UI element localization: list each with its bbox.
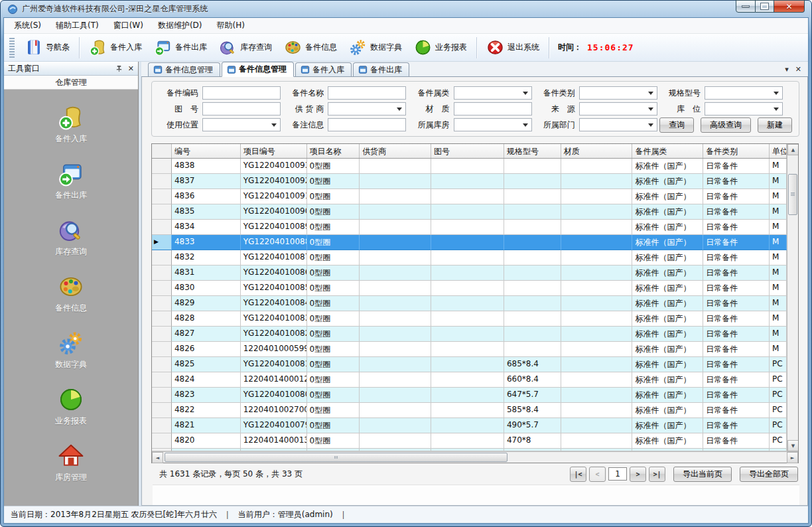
table-row[interactable]: 4830YG122040100850型圈标准件（国产）日常备件M bbox=[152, 281, 787, 296]
query-button[interactable]: 查询 bbox=[659, 117, 694, 133]
horizontal-scrollbar[interactable]: ◄ ► bbox=[152, 451, 798, 463]
table-row[interactable]: ▶4833YG122040100880型圈标准件（国产）日常备件M bbox=[152, 235, 787, 250]
minimize-button[interactable] bbox=[736, 0, 756, 13]
table-row[interactable]: 4825YG122040100810型圈685*8.4标准件（国产）日常备件PC bbox=[152, 357, 787, 372]
advanced-query-button[interactable]: 高级查询 bbox=[701, 117, 751, 133]
sidebar-item[interactable]: 业务报表 bbox=[55, 386, 87, 427]
current-date: 当前日期：2013年8月2日星期五 农历癸巳[蛇]年六月廿六 bbox=[11, 509, 217, 520]
column-header[interactable]: 备件类别 bbox=[703, 144, 770, 158]
prev-page-button[interactable]: < bbox=[589, 467, 606, 482]
new-button[interactable]: 新建 bbox=[758, 117, 792, 133]
export-all-pages-button[interactable]: 导出全部页 bbox=[740, 467, 798, 482]
close-icon[interactable]: ✕ bbox=[128, 64, 134, 73]
menu-item[interactable]: 数据维护(D) bbox=[151, 17, 210, 34]
tab[interactable]: 备件出库 bbox=[353, 62, 409, 76]
export-current-page-button[interactable]: 导出当前页 bbox=[673, 467, 732, 482]
table-row[interactable]: 482012204014000130型圈470*8标准件（国产）日常备件PC bbox=[152, 433, 787, 449]
column-header[interactable]: 单位 bbox=[770, 144, 787, 158]
table-row[interactable]: 4834YG122040100890型圈标准件（国产）日常备件M bbox=[152, 220, 787, 235]
search-select[interactable] bbox=[454, 86, 532, 100]
next-page-button[interactable]: > bbox=[630, 467, 646, 482]
table-row[interactable]: 4831YG122040100860型圈标准件（国产）日常备件M bbox=[152, 265, 787, 281]
menu-item[interactable]: 系统(S) bbox=[7, 17, 48, 34]
horizontal-scroll-track[interactable] bbox=[163, 452, 787, 463]
chevron-down-icon[interactable]: ▾ bbox=[785, 65, 789, 74]
table-cell bbox=[360, 204, 431, 220]
toolbar-button[interactable]: 数据字典 bbox=[343, 36, 408, 59]
search-select[interactable] bbox=[202, 118, 281, 131]
table-row[interactable]: 4838YG122040100930型圈标准件（国产）日常备件M bbox=[152, 159, 787, 174]
scroll-left-icon[interactable]: ◄ bbox=[152, 452, 163, 463]
search-select[interactable] bbox=[705, 102, 783, 115]
tab[interactable]: 备件信息管理 bbox=[148, 62, 220, 76]
toolbar-button[interactable]: 退出系统 bbox=[480, 36, 545, 59]
last-page-button[interactable]: >| bbox=[649, 467, 665, 482]
search-input[interactable] bbox=[202, 86, 281, 100]
close-icon[interactable]: ✕ bbox=[795, 65, 801, 74]
table-row[interactable]: 4835YG122040100900型圈标准件（国产）日常备件M bbox=[152, 204, 787, 220]
vertical-scrollbar[interactable]: ▲ ▼ bbox=[787, 144, 798, 451]
column-header[interactable]: 规格型号 bbox=[504, 144, 561, 158]
column-header[interactable]: 材质 bbox=[561, 144, 633, 158]
sidebar-item[interactable]: 备件入库 bbox=[55, 104, 87, 145]
toolbar-grip[interactable] bbox=[9, 38, 15, 58]
column-header[interactable]: 项目编号 bbox=[241, 144, 307, 158]
search-input[interactable] bbox=[328, 86, 406, 100]
maximize-button[interactable] bbox=[756, 0, 774, 13]
column-header[interactable]: 编号 bbox=[172, 144, 241, 158]
table-row[interactable]: 4832YG122040100870型圈标准件（国产）日常备件M bbox=[152, 250, 787, 265]
table-row[interactable]: 4827YG122040100820型圈标准件（国产）日常备件M bbox=[152, 327, 787, 342]
search-input[interactable] bbox=[454, 102, 532, 115]
sidebar-item[interactable]: 数据字典 bbox=[55, 330, 87, 370]
horizontal-scroll-thumb[interactable] bbox=[165, 453, 508, 462]
search-select[interactable] bbox=[579, 86, 657, 100]
toolbar-button[interactable]: 备件信息 bbox=[278, 36, 343, 59]
column-header[interactable]: 备件属类 bbox=[632, 144, 703, 158]
vertical-scroll-thumb[interactable] bbox=[788, 174, 797, 215]
search-input[interactable] bbox=[328, 118, 406, 131]
sidebar-item[interactable]: 备件出库 bbox=[55, 161, 87, 201]
scroll-up-icon[interactable]: ▲ bbox=[787, 144, 798, 155]
toolbar-button[interactable]: 备件入库 bbox=[83, 36, 148, 59]
tab[interactable]: 备件入库 bbox=[295, 62, 352, 76]
close-button[interactable]: ✕ bbox=[774, 0, 805, 13]
sidebar-item[interactable]: 库房管理 bbox=[55, 443, 87, 483]
scroll-right-icon[interactable]: ► bbox=[787, 452, 798, 463]
table-row[interactable]: 482212204010027000型圈585*8.4标准件（国产）日常备件PC bbox=[152, 403, 787, 418]
row-indicator bbox=[152, 342, 172, 357]
pin-icon[interactable] bbox=[115, 65, 123, 72]
page-number-input[interactable]: 1 bbox=[608, 467, 627, 481]
toolbar-button[interactable]: 业务报表 bbox=[408, 36, 473, 59]
search-select[interactable] bbox=[328, 102, 406, 115]
search-select[interactable] bbox=[579, 118, 657, 131]
search-select[interactable] bbox=[705, 86, 783, 100]
table-row[interactable]: 4829YG122040100840型圈标准件（国产）日常备件M bbox=[152, 296, 787, 311]
scroll-down-icon[interactable]: ▼ bbox=[787, 440, 798, 451]
column-header[interactable]: 项目名称 bbox=[307, 144, 360, 158]
menu-item[interactable]: 辅助工具(T) bbox=[48, 17, 106, 34]
toolbar-button[interactable]: 库存查询 bbox=[213, 36, 278, 59]
table-cell bbox=[360, 296, 431, 311]
sidebar-item[interactable]: 库存查询 bbox=[55, 217, 87, 258]
column-header[interactable]: 供货商 bbox=[360, 144, 431, 158]
table-row[interactable]: 4821YG122040100790型圈490*5.7标准件（国产）日常备件PC bbox=[152, 418, 787, 433]
toolbar-button[interactable]: 备件出库 bbox=[148, 36, 213, 59]
table-row[interactable]: 4828YG122040100830型圈标准件（国产）日常备件M bbox=[152, 311, 787, 327]
vertical-scroll-track[interactable] bbox=[787, 155, 798, 440]
table-row[interactable]: 4836YG122040100910型圈标准件（国产）日常备件M bbox=[152, 189, 787, 204]
menu-item[interactable]: 窗口(W) bbox=[106, 17, 151, 34]
table-row[interactable]: 4837YG122040100920型圈标准件（国产）日常备件M bbox=[152, 174, 787, 189]
table-cell: PC bbox=[770, 403, 787, 418]
search-input[interactable] bbox=[202, 102, 281, 115]
search-select[interactable] bbox=[579, 102, 657, 115]
table-row[interactable]: 482412204014000120型圈660*8.4标准件（国产）日常备件PC bbox=[152, 372, 787, 388]
table-row[interactable]: 482612204010005990型圈标准件（国产）日常备件M bbox=[152, 342, 787, 357]
column-header[interactable]: 图号 bbox=[431, 144, 504, 158]
first-page-button[interactable]: |< bbox=[570, 467, 586, 482]
table-row[interactable]: 4823YG122040100800型圈647*5.7标准件（国产）日常备件PC bbox=[152, 388, 787, 403]
search-select[interactable] bbox=[454, 118, 532, 131]
toolbar-button[interactable]: 导航条 bbox=[19, 36, 76, 59]
tab[interactable]: 备件信息管理 bbox=[222, 62, 294, 77]
menu-item[interactable]: 帮助(H) bbox=[210, 17, 252, 34]
sidebar-item[interactable]: 备件信息 bbox=[55, 273, 87, 314]
